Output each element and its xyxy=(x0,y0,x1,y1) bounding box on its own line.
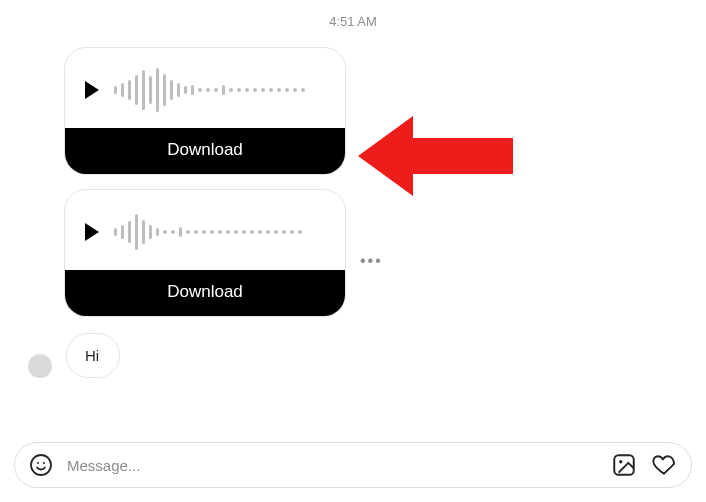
text-message-content: Hi xyxy=(85,347,99,364)
download-button[interactable]: Download xyxy=(65,270,345,316)
play-icon[interactable] xyxy=(85,81,99,99)
voice-message: Download xyxy=(64,47,346,175)
play-icon[interactable] xyxy=(85,223,99,241)
message-options-icon[interactable]: ••• xyxy=(360,253,383,269)
heart-icon[interactable] xyxy=(651,452,677,478)
annotation-arrow-icon xyxy=(358,116,513,196)
text-message-row: Hi xyxy=(28,333,692,378)
waveform-icon xyxy=(114,208,302,256)
text-bubble: Hi xyxy=(66,333,120,378)
message-composer xyxy=(14,442,692,488)
emoji-icon[interactable] xyxy=(29,453,53,477)
gallery-icon[interactable] xyxy=(611,452,637,478)
svg-point-5 xyxy=(619,460,622,463)
message-input[interactable] xyxy=(67,457,597,474)
download-button[interactable]: Download xyxy=(65,128,345,174)
voice-message: Download xyxy=(64,189,346,317)
voice-player xyxy=(65,48,345,128)
voice-player xyxy=(65,190,345,270)
svg-point-2 xyxy=(37,462,39,464)
svg-point-1 xyxy=(31,455,51,475)
svg-marker-0 xyxy=(358,116,513,196)
timestamp: 4:51 AM xyxy=(14,14,692,29)
svg-point-3 xyxy=(43,462,45,464)
waveform-icon xyxy=(114,66,305,114)
avatar xyxy=(28,354,52,378)
